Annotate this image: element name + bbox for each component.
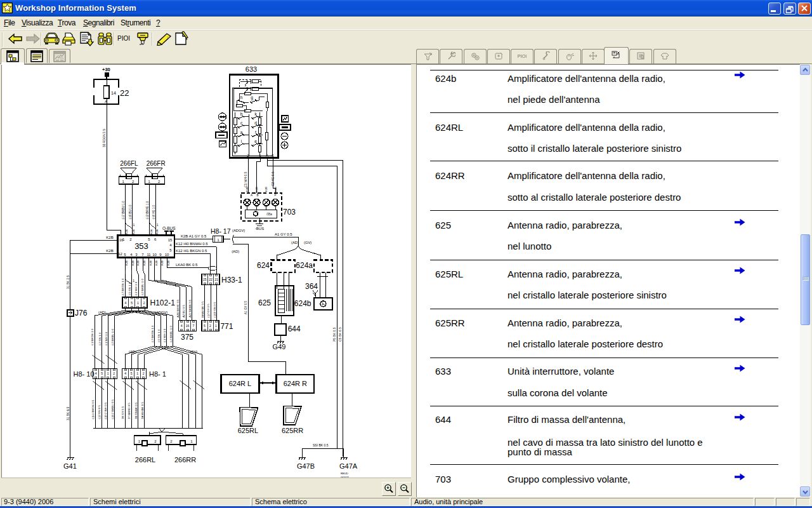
svg-text:1: 1 (217, 238, 219, 242)
svg-text:1: 1 (190, 439, 193, 443)
svg-text:K2B: K2B (106, 249, 113, 253)
svg-text:K2B: K2B (274, 187, 277, 192)
svg-text:(AD): (AD) (232, 250, 239, 253)
svg-text:K2B: K2B (167, 260, 170, 265)
svg-text:1: 1 (138, 439, 141, 443)
svg-text:5: 5 (101, 371, 103, 375)
svg-text:O-BUS: O-BUS (162, 226, 176, 231)
svg-text:353: 353 (134, 241, 148, 251)
svg-text:364: 364 (305, 282, 318, 291)
svg-text:5: 5 (204, 324, 206, 328)
svg-text:375: 375 (181, 333, 193, 342)
svg-text:(-)2 BKYE 1.0: (-)2 BKYE 1.0 (146, 201, 149, 219)
svg-text:K2B: K2B (155, 260, 158, 265)
svg-text:625: 625 (258, 298, 271, 307)
svg-text:5: 5 (148, 237, 150, 241)
svg-text:(AD): (AD) (129, 350, 136, 354)
svg-text:REUD: REUD (341, 472, 348, 475)
svg-text:K12 I40 BNWH 0.5: K12 I40 BNWH 0.5 (176, 242, 208, 246)
svg-text:10: 10 (152, 253, 157, 257)
svg-text:-L1 WH 1.0: -L1 WH 1.0 (105, 331, 108, 346)
svg-text:4: 4 (181, 324, 183, 328)
svg-text:i: i (241, 139, 242, 144)
svg-text:2: 2 (113, 371, 115, 375)
svg-text:2: 2 (158, 180, 160, 184)
svg-text:SSI BK 0.5: SSI BK 0.5 (313, 443, 329, 447)
svg-text:624: 624 (257, 261, 270, 270)
svg-text:(-)6 YE 1.0: (-)6 YE 1.0 (152, 204, 155, 219)
svg-text:1: 1 (122, 180, 124, 184)
svg-text:30 RDGN 2.5: 30 RDGN 2.5 (103, 129, 106, 147)
svg-text:J76: J76 (75, 309, 88, 318)
svg-text:A2B BKYE 0.5: A2B BKYE 0.5 (176, 299, 180, 318)
svg-text:G47B: G47B (297, 462, 315, 470)
svg-text:(-)0.2 WH 0.5: (-)0.2 WH 0.5 (104, 402, 107, 419)
svg-text:12: 12 (118, 252, 122, 256)
svg-text:3A WHBK 0.5: 3A WHBK 0.5 (141, 402, 144, 419)
svg-text:K2A: K2A (132, 229, 135, 234)
svg-text:1: 1 (259, 154, 261, 157)
svg-text:H33-1: H33-1 (221, 276, 242, 284)
svg-text:2: 2 (154, 439, 157, 443)
svg-text:5: 5 (272, 154, 274, 157)
svg-text:G41: G41 (63, 462, 77, 470)
svg-text:A: A (266, 154, 268, 157)
svg-text:266FR: 266FR (147, 160, 166, 167)
svg-text:H102-1: H102-1 (150, 298, 176, 307)
svg-text:H8- 1: H8- 1 (149, 370, 166, 378)
svg-text:16: 16 (119, 238, 124, 242)
svg-text:2: 2 (132, 180, 134, 184)
svg-text:BKA0 BK 0.5: BKA0 BK 0.5 (201, 301, 204, 318)
svg-text:G49: G49 (273, 343, 286, 351)
svg-text:g: g (251, 95, 253, 100)
svg-text:31 BK 6.0: 31 BK 6.0 (67, 407, 70, 420)
svg-text:A: A (251, 194, 252, 197)
svg-text:3T BKRD 0.5: 3T BKRD 0.5 (128, 403, 131, 419)
svg-text:1: 1 (148, 180, 150, 184)
svg-text:C1 WH 0.5: C1 WH 0.5 (244, 171, 247, 187)
svg-text:15: 15 (168, 238, 173, 242)
svg-text:1: 1 (133, 223, 135, 227)
svg-text:-L2 BKBU 1.0: -L2 BKBU 1.0 (111, 329, 114, 346)
svg-text:624b: 624b (294, 299, 311, 308)
svg-text:3: 3 (135, 253, 138, 257)
svg-text:/35a: /35a (266, 213, 272, 216)
svg-text:4: 4 (130, 253, 133, 257)
svg-text:K2A: K2A (155, 229, 159, 234)
svg-text:25: 25 (203, 277, 207, 281)
svg-text:-L2 BKBU 1.0: -L2 BKBU 1.0 (169, 326, 173, 343)
svg-text:1: 1 (157, 223, 159, 227)
svg-text:K2B: K2B (106, 236, 113, 239)
svg-text:1: 1 (136, 371, 138, 375)
svg-text:-L2 BKBU 1.0: -L2 BKBU 1.0 (141, 279, 144, 296)
svg-text:H8- 17: H8- 17 (211, 227, 231, 235)
svg-text:(-)7 GY 0.5: (-)7 GY 0.5 (207, 304, 210, 318)
svg-text:9: 9 (159, 253, 162, 257)
svg-text:(AD): (AD) (291, 241, 299, 244)
svg-text:(AD): (AD) (98, 311, 106, 314)
svg-text:266RL: 266RL (135, 456, 155, 464)
svg-text:K2B: K2B (246, 187, 249, 192)
svg-text:A2 BU 0.5: A2 BU 0.5 (182, 304, 185, 318)
svg-text:K12 I41 BKGN 0.5: K12 I41 BKGN 0.5 (176, 249, 207, 253)
svg-text:f: f (255, 130, 256, 135)
svg-text:C5 BK 0.5: C5 BK 0.5 (338, 327, 342, 342)
svg-text:624R L: 624R L (229, 380, 251, 387)
svg-text:2: 2 (143, 371, 145, 375)
svg-text:16: 16 (186, 324, 190, 328)
svg-text:2: 2 (129, 237, 132, 241)
svg-text:A: A (105, 100, 107, 104)
svg-text:(-)L1 BKGN 0.5: (-)L1 BKGN 0.5 (91, 399, 95, 419)
svg-text:(ADGV): (ADGV) (155, 311, 167, 314)
svg-text:LKA0 BK 0.5: LKA0 BK 0.5 (176, 263, 198, 267)
svg-text:11: 11 (147, 253, 151, 257)
svg-text:624R R: 624R R (284, 380, 307, 387)
svg-text:2: 2 (209, 324, 211, 328)
svg-text:21: 21 (215, 277, 219, 281)
svg-text:4: 4 (95, 371, 97, 375)
svg-text:K2B: K2B (160, 260, 164, 265)
svg-text:K2B: K2B (136, 260, 140, 265)
svg-text:K2B: K2B (265, 187, 268, 192)
svg-text:3K GY 0.5: 3K GY 0.5 (121, 406, 124, 419)
svg-text:G47A: G47A (339, 462, 358, 470)
